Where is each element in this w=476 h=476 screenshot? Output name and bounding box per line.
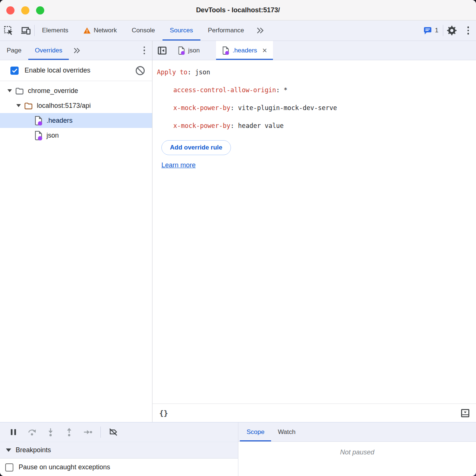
pretty-print-button[interactable]: {} <box>159 409 168 418</box>
step-button[interactable] <box>80 425 96 439</box>
file-icon <box>34 131 43 141</box>
titlebar: DevTools - localhost:5173/ <box>0 0 476 20</box>
issues-count: 1 <box>435 27 438 34</box>
enable-overrides-row: Enable local overrides <box>0 60 152 81</box>
add-override-rule-button[interactable]: Add override rule <box>161 140 231 155</box>
pause-on-uncaught-row[interactable]: Pause on uncaught exceptions <box>0 459 238 476</box>
tab-scope[interactable]: Scope <box>240 422 271 441</box>
editor-tabstrip: json .headers × <box>152 41 476 60</box>
tab-watch[interactable]: Watch <box>271 422 302 441</box>
inspect-element-button[interactable] <box>0 20 17 41</box>
debugger-right-pane: Scope Watch Not paused <box>238 422 476 476</box>
more-panels-button[interactable] <box>251 20 268 41</box>
inspect-icon <box>4 26 14 36</box>
file-icon <box>222 46 229 55</box>
tree-item-json[interactable]: json <box>0 128 152 143</box>
enable-local-overrides-checkbox[interactable] <box>10 67 19 75</box>
tree-item-label: .headers <box>46 117 73 125</box>
step-into-button[interactable] <box>42 425 59 439</box>
tab-page[interactable]: Page <box>0 41 28 60</box>
header-name[interactable]: x-mock-power-by <box>173 104 231 112</box>
step-out-button[interactable] <box>61 425 77 439</box>
tree-item-label: chrome_override <box>28 87 78 95</box>
step-into-icon <box>46 427 55 437</box>
scope-watch-tabstrip: Scope Watch <box>238 422 476 442</box>
dock-bottom-icon <box>460 408 470 418</box>
tab-scope-label: Scope <box>247 428 264 436</box>
issues-button[interactable]: 1 <box>419 20 443 41</box>
pause-on-uncaught-checkbox[interactable] <box>5 463 13 472</box>
device-toolbar-icon <box>21 26 31 36</box>
collapse-arrow-icon[interactable] <box>16 104 21 107</box>
settings-button[interactable] <box>443 20 460 41</box>
pause-script-button[interactable] <box>5 425 22 439</box>
folder-icon <box>24 101 33 110</box>
enable-local-overrides-label: Enable local overrides <box>25 67 90 74</box>
header-value[interactable]: * <box>284 86 287 94</box>
sources-panel: Page Overrides <box>0 41 476 422</box>
header-name[interactable]: access-control-allow-origin <box>173 86 276 94</box>
block-icon <box>135 65 145 76</box>
close-window-button[interactable] <box>6 6 15 15</box>
step-over-button[interactable] <box>24 425 40 439</box>
deactivate-breakpoints-icon <box>109 427 118 437</box>
debugger-panel: Breakpoints Pause on uncaught exceptions… <box>0 422 476 476</box>
collapse-arrow-icon <box>6 448 11 452</box>
zoom-window-button[interactable] <box>36 6 44 15</box>
tab-console[interactable]: Console <box>124 20 162 41</box>
editor-statusbar: {} <box>152 403 476 422</box>
learn-more-link[interactable]: Learn more <box>161 161 196 169</box>
step-icon <box>83 427 93 437</box>
editor-tab-label: .headers <box>232 47 257 54</box>
tab-network[interactable]: Network <box>76 20 124 41</box>
header-value[interactable]: json <box>195 68 210 76</box>
tab-performance[interactable]: Performance <box>200 20 251 41</box>
headers-editor: Apply to: json access-control-allow-orig… <box>152 60 476 403</box>
editor-tab-json[interactable]: json <box>172 41 206 60</box>
tree-item-chrome-override[interactable]: chrome_override <box>0 83 152 98</box>
collapse-arrow-icon[interactable] <box>7 89 12 92</box>
apply-to-line[interactable]: Apply to: json <box>157 63 476 81</box>
editor-tab-label: json <box>188 47 200 54</box>
file-icon <box>178 46 185 55</box>
close-tab-icon[interactable]: × <box>262 46 267 55</box>
clear-configuration-button[interactable] <box>135 65 145 76</box>
tab-overrides[interactable]: Overrides <box>28 41 69 60</box>
devtools-menu-button[interactable] <box>460 20 476 41</box>
tab-console-label: Console <box>132 27 155 34</box>
warning-icon <box>83 27 91 34</box>
tab-sources[interactable]: Sources <box>163 20 200 41</box>
header-rule-line[interactable]: x-mock-power-by: header value <box>157 117 476 135</box>
paused-status: Not paused <box>238 442 476 456</box>
breakpoints-section-header[interactable]: Breakpoints <box>0 442 238 459</box>
traffic-lights <box>6 6 44 15</box>
editor-pane: json .headers × Apply to: js <box>152 41 476 422</box>
deactivate-breakpoints-button[interactable] <box>105 425 122 439</box>
tab-network-label: Network <box>94 27 117 34</box>
double-chevron-icon <box>255 26 264 35</box>
header-value[interactable]: header value <box>238 122 284 129</box>
editor-tab-headers[interactable]: .headers × <box>216 41 273 60</box>
more-navigator-tabs-button[interactable] <box>69 41 84 60</box>
tree-item-localhost-api[interactable]: localhost:5173/api <box>0 98 152 113</box>
header-rule-line[interactable]: access-control-allow-origin: * <box>157 81 476 99</box>
debugger-left-pane: Breakpoints Pause on uncaught exceptions <box>0 422 238 476</box>
header-value[interactable]: vite-plugin-mock-dev-serve <box>238 104 337 112</box>
step-out-icon <box>64 427 74 437</box>
tab-elements-label: Elements <box>42 27 68 34</box>
tab-performance-label: Performance <box>208 27 244 34</box>
issues-chat-icon <box>423 26 432 35</box>
tab-elements[interactable]: Elements <box>35 20 76 41</box>
header-name[interactable]: x-mock-power-by <box>173 122 231 129</box>
header-rule-line[interactable]: x-mock-power-by: vite-plugin-mock-dev-se… <box>157 99 476 117</box>
tree-item-headers[interactable]: .headers <box>0 113 152 128</box>
tree-item-label: localhost:5173/api <box>37 102 91 110</box>
hide-navigator-button[interactable] <box>152 41 172 60</box>
window-title: DevTools - localhost:5173/ <box>196 6 280 14</box>
minimize-window-button[interactable] <box>21 6 29 15</box>
gear-icon <box>447 25 457 36</box>
device-toolbar-button[interactable] <box>17 20 34 41</box>
navigator-menu-button[interactable] <box>136 41 152 60</box>
toggle-debugger-sidebar-button[interactable] <box>460 408 470 418</box>
folder-icon <box>15 86 24 96</box>
